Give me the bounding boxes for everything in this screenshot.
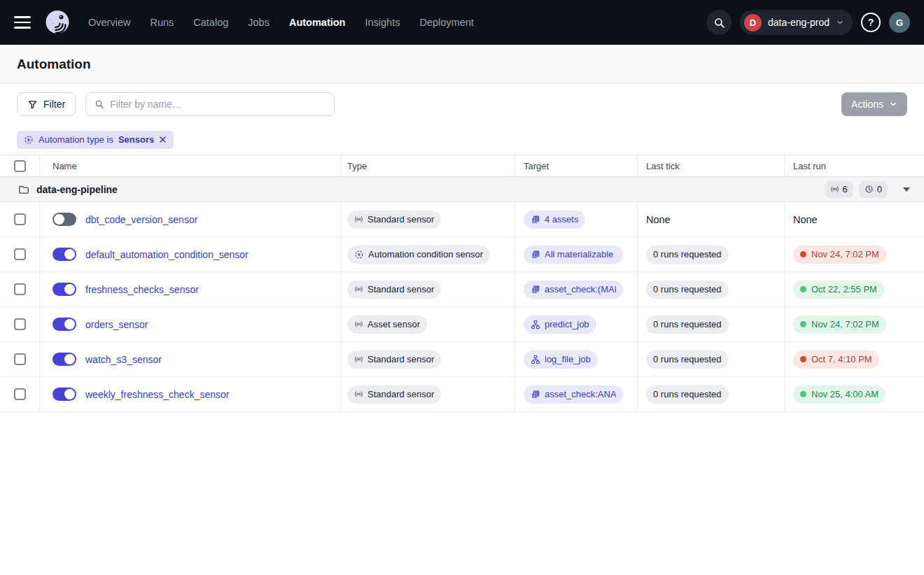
automation-condition-icon: [24, 135, 34, 145]
asset-icon: [531, 390, 540, 399]
deployment-badge: D: [744, 14, 762, 31]
user-avatar[interactable]: G: [889, 12, 910, 33]
row-checkbox[interactable]: [14, 353, 26, 365]
schedule-count: 0: [877, 184, 882, 194]
sensor-toggle[interactable]: [52, 353, 76, 366]
chevron-down-icon: [889, 100, 897, 108]
last-run-value[interactable]: Nov 24, 7:02 PM: [793, 315, 886, 334]
last-tick-value: None: [646, 214, 671, 225]
name-filter-field: [85, 92, 335, 116]
nav-item-insights[interactable]: Insights: [365, 17, 400, 28]
last-tick-value: 0 runs requested: [646, 315, 729, 334]
sensor-name-link[interactable]: dbt_code_version_sensor: [85, 214, 197, 225]
sensor-target-link[interactable]: All materializable as: [524, 246, 623, 264]
last-tick-value: 0 runs requested: [646, 350, 729, 369]
nav-item-automation[interactable]: Automation: [289, 17, 346, 28]
last-run-value[interactable]: Oct 7, 4:10 PM: [793, 350, 879, 369]
page-header: Automation: [0, 45, 924, 84]
sensor-icon: [354, 390, 363, 399]
active-filters-row: Automation type is Sensors: [0, 125, 924, 155]
row-checkbox[interactable]: [14, 283, 26, 295]
filter-tag-prefix: Automation type is: [38, 134, 113, 145]
row-checkbox[interactable]: [14, 388, 26, 400]
menu-icon[interactable]: [14, 16, 31, 29]
last-tick-value: 0 runs requested: [646, 385, 729, 404]
sensor-toggle[interactable]: [52, 388, 76, 401]
run-status-dot-icon: [800, 391, 806, 397]
nav-item-catalog[interactable]: Catalog: [193, 17, 228, 28]
primary-nav: OverviewRunsCatalogJobsAutomationInsight…: [88, 17, 474, 28]
repo-group-name: data-eng-pipeline: [36, 184, 118, 195]
dagster-logo-icon[interactable]: [43, 8, 71, 36]
job-icon: [531, 320, 540, 329]
sensor-type-badge: Standard sensor: [347, 281, 441, 299]
actions-button[interactable]: Actions: [841, 92, 907, 116]
last-tick-value: 0 runs requested: [646, 246, 729, 264]
repo-group-row[interactable]: data-eng-pipeline 6 0: [0, 177, 924, 202]
sensor-row: dbt_code_version_sensor Standard sensor …: [0, 202, 924, 237]
topbar: OverviewRunsCatalogJobsAutomationInsight…: [0, 0, 924, 45]
last-run-value: None: [793, 214, 818, 225]
sensor-target-link[interactable]: asset_check:(MARK: [524, 281, 623, 299]
chevron-down-icon: [836, 18, 844, 27]
page-title: Automation: [17, 57, 91, 72]
sensor-toggle[interactable]: [52, 283, 76, 296]
filter-button[interactable]: Filter: [17, 92, 76, 116]
funnel-icon: [27, 99, 38, 110]
sensor-target-link[interactable]: predict_job: [524, 315, 596, 334]
caret-down-icon[interactable]: [900, 185, 913, 194]
search-icon[interactable]: [706, 10, 732, 35]
run-status-dot-icon: [800, 251, 806, 257]
deployment-name: data-eng-prod: [768, 17, 830, 28]
deployment-switcher[interactable]: D data-eng-prod: [740, 10, 853, 35]
select-all-checkbox[interactable]: [14, 160, 26, 172]
row-checkbox[interactable]: [14, 248, 26, 260]
job-icon: [531, 355, 540, 364]
sensor-target-link[interactable]: asset_check:ANALY: [524, 385, 623, 404]
asset-icon: [531, 285, 540, 294]
sensor-name-link[interactable]: watch_s3_sensor: [85, 354, 162, 365]
sensor-count-badge: 6: [825, 181, 853, 198]
sensor-name-link[interactable]: freshness_checks_sensor: [85, 284, 199, 295]
nav-item-jobs[interactable]: Jobs: [248, 17, 270, 28]
nav-item-deployment[interactable]: Deployment: [419, 17, 473, 28]
search-icon: [94, 99, 104, 109]
table-header: Name Type Target Last tick Last run: [0, 155, 924, 177]
sensor-row: freshness_checks_sensor Standard sensor …: [0, 272, 924, 307]
folder-icon: [18, 184, 29, 195]
last-run-value[interactable]: Nov 24, 7:02 PM: [793, 246, 886, 264]
column-header-type: Type: [341, 155, 514, 176]
filter-tag-automation-type: Automation type is Sensors: [17, 131, 174, 149]
sensor-toggle[interactable]: [52, 213, 76, 226]
sensor-row: orders_sensor Asset sensor predict_job 0…: [0, 307, 924, 342]
nav-item-overview[interactable]: Overview: [88, 17, 130, 28]
sensor-toggle[interactable]: [52, 318, 76, 331]
sensor-icon: [354, 355, 363, 364]
sensor-type-badge: Automation condition sensor: [347, 246, 490, 264]
run-status-dot-icon: [800, 356, 806, 362]
sensor-type-badge: Asset sensor: [347, 315, 427, 334]
nav-item-runs[interactable]: Runs: [150, 17, 174, 28]
sensor-target-link[interactable]: log_file_job: [524, 350, 598, 369]
column-header-target: Target: [514, 155, 637, 176]
last-run-value[interactable]: Oct 22, 2:55 PM: [793, 281, 884, 299]
row-checkbox[interactable]: [14, 213, 26, 225]
sensor-icon: [354, 285, 363, 294]
asset-icon: [531, 250, 540, 260]
sensor-icon: [830, 185, 839, 194]
sensor-name-link[interactable]: weekly_freshness_check_sensor: [85, 389, 229, 400]
sensor-target-link[interactable]: 4 assets: [524, 211, 585, 229]
help-icon[interactable]: ?: [861, 13, 881, 32]
sensor-table-body: dbt_code_version_sensor Standard sensor …: [0, 202, 924, 412]
close-icon[interactable]: [159, 136, 167, 143]
sensor-count: 6: [843, 184, 848, 194]
name-filter-input[interactable]: [110, 99, 326, 110]
last-run-value[interactable]: Nov 25, 4:00 AM: [793, 385, 886, 404]
sensor-name-link[interactable]: orders_sensor: [85, 319, 148, 330]
row-checkbox[interactable]: [14, 318, 26, 330]
sensor-row: watch_s3_sensor Standard sensor log_file…: [0, 342, 924, 377]
sensor-name-link[interactable]: default_automation_condition_sensor: [85, 249, 248, 260]
sensor-toggle[interactable]: [52, 248, 76, 261]
column-header-name: Name: [39, 155, 341, 176]
sensor-icon: [354, 215, 363, 224]
